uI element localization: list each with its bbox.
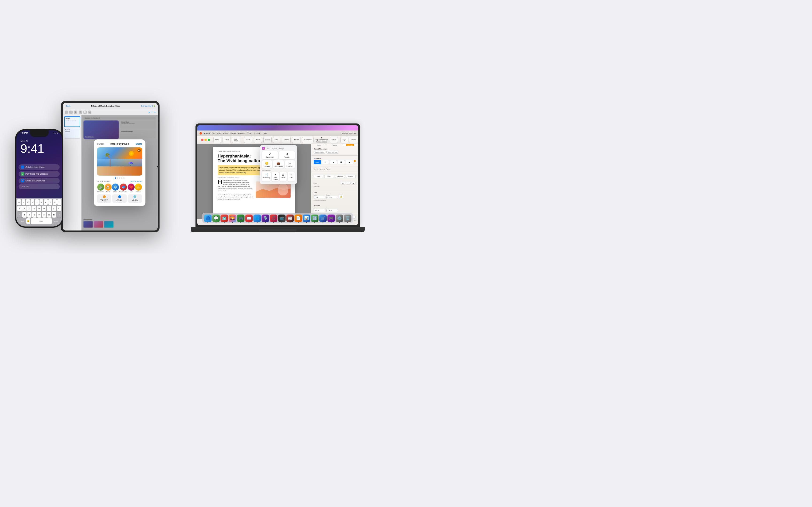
key-m[interactable]: M [52, 212, 56, 218]
menu-file[interactable]: File [212, 132, 215, 134]
text-wrap-none[interactable]: None [314, 160, 321, 164]
align-right[interactable]: ➡ [351, 182, 356, 184]
key-backspace[interactable]: ⌫ [57, 212, 61, 218]
key-t[interactable]: T [35, 199, 39, 205]
menu-window[interactable]: Window [254, 132, 260, 134]
show-more-button[interactable]: SHOW MORE [131, 180, 142, 182]
dock-settings[interactable]: ⚙️ [336, 215, 343, 222]
toolbar-play-btn[interactable]: ▶ [149, 111, 150, 113]
key-p[interactable]: P [57, 199, 61, 205]
ipad-back-button[interactable]: ‹ Back [65, 105, 70, 107]
menu-arrange[interactable]: Arrange [238, 132, 245, 134]
move-with-text-btn[interactable]: Move with Text [326, 151, 339, 154]
add-page-button[interactable]: Add Page [232, 137, 240, 143]
toolbar-share-btn[interactable]: ⬆ [151, 111, 153, 113]
text-wrap-tight[interactable]: ▦ [329, 160, 337, 164]
key-x[interactable]: X [27, 212, 32, 218]
x-field[interactable]: 0.22 in [314, 209, 325, 212]
key-u[interactable]: U [44, 199, 48, 205]
zoom-control[interactable]: 136% [222, 137, 231, 143]
dock-finder[interactable]: 🔵 [204, 215, 211, 222]
key-q[interactable]: Q [17, 199, 21, 205]
back-btn[interactable]: Back [314, 175, 323, 178]
inspector-tab-format[interactable]: Format [327, 144, 342, 146]
backward-btn[interactable]: Backward [335, 175, 345, 178]
align-left[interactable]: ⬅ [341, 182, 345, 184]
table-button[interactable]: Table [254, 137, 262, 143]
emoji-mountains[interactable]: ⛰️ Mountains [97, 183, 104, 192]
modal-cancel-button[interactable]: Cancel [97, 143, 104, 145]
dock-music[interactable]: 🎵 [270, 215, 277, 222]
professional-button[interactable]: 💼 Professional [273, 160, 284, 169]
key-s[interactable]: S [22, 206, 27, 211]
share-button[interactable]: Share [329, 137, 338, 143]
style-tab[interactable]: Style [341, 137, 348, 143]
dock-facetime[interactable]: 📹 [237, 215, 244, 222]
proofread-button[interactable]: ✓ Proofread [262, 151, 278, 159]
key-d[interactable]: D [27, 206, 32, 211]
menu-pages[interactable]: Pages [204, 132, 210, 134]
modal-person-choose[interactable]: 👤 PERSON CHOOSE... [112, 194, 126, 203]
align-center[interactable]: ↔ [346, 182, 351, 184]
toolbar-forward-icon[interactable]: › [69, 111, 72, 114]
emoji-baseball-cap[interactable]: 🧢 Baseball Cap [119, 183, 128, 192]
rewrite-button[interactable]: ↺ Rewrite [279, 151, 295, 159]
text-wrap-top[interactable]: ⬛ [338, 160, 345, 164]
inspector-tab-document[interactable]: Arrange [342, 144, 358, 146]
stay-on-page-btn[interactable]: Stay on Page [314, 151, 325, 154]
key-o[interactable]: O [53, 199, 57, 205]
dock-pages[interactable]: 📄 [294, 215, 302, 222]
forward-btn[interactable]: Forward [346, 175, 356, 178]
key-n[interactable]: N [47, 212, 51, 218]
front-btn[interactable]: Front [324, 175, 334, 178]
modal-describe-image[interactable]: 🎨 DESCRIBE AN IMAGE [97, 194, 111, 203]
text-wrap-around[interactable]: ⬜ [322, 160, 329, 164]
key-emoji[interactable]: 😊 [26, 218, 30, 224]
key-i[interactable]: I [48, 199, 52, 205]
dock-keynote[interactable]: 📊 [303, 215, 310, 222]
constrain-proportions-btn[interactable]: 🔒 [339, 194, 343, 199]
inspector-tab-style[interactable]: Style [311, 144, 327, 146]
width-field[interactable]: 7.7 in [314, 196, 325, 199]
window-maximize[interactable] [208, 139, 210, 141]
media-button[interactable]: Media [292, 137, 301, 143]
iphone-widget-eta[interactable]: 📍 Share ETA with Chad [18, 178, 60, 183]
dock-news[interactable]: 📰 [286, 215, 294, 222]
toolbar-more-btn[interactable]: ••• [154, 111, 156, 113]
toolbar-back-icon[interactable]: ‹ [65, 111, 68, 114]
view-button[interactable]: View [213, 137, 221, 143]
emoji-winter[interactable]: ❄️ Winter [112, 183, 119, 192]
insert-button[interactable]: Insert [244, 137, 253, 143]
key-j[interactable]: J [47, 206, 51, 211]
key-f[interactable]: F [32, 206, 37, 211]
dock-appstore[interactable]: 🛒 [319, 215, 326, 222]
dock-siri[interactable]: 🎙️ [261, 215, 269, 222]
menu-insert[interactable]: Insert [223, 132, 228, 134]
list-button[interactable]: ≡ List [288, 172, 295, 181]
dock-messages[interactable]: 💬 [212, 215, 220, 222]
dock-tv[interactable]: 📺 [278, 215, 286, 222]
friendly-button[interactable]: 😊 Friendly [262, 160, 272, 169]
emoji-beach[interactable]: 🏖️ Beach [105, 183, 112, 192]
concise-button[interactable]: ✂ Concise [285, 160, 295, 169]
key-y[interactable]: Y [40, 199, 43, 205]
dock-numbers[interactable]: 🔢 [311, 215, 318, 222]
menu-help[interactable]: Help [263, 132, 266, 134]
slide-thumb-2[interactable]: Section 2 Recent Studies [64, 128, 80, 138]
toolbar-image-icon[interactable]: ⬜ [84, 111, 87, 114]
format-tab[interactable]: Format [349, 137, 358, 143]
key-e[interactable]: E [26, 199, 30, 205]
modal-style-sketch[interactable]: ✏️ STYLE: SKETCH [128, 194, 142, 203]
modal-info-btn[interactable]: ••• [138, 149, 141, 152]
table-tool-button[interactable]: ⊞ Table [280, 172, 287, 181]
text-button[interactable]: Text [273, 137, 280, 143]
menu-edit[interactable]: Edit [217, 132, 221, 134]
key-g[interactable]: G [37, 206, 41, 211]
key-b[interactable]: B [42, 212, 46, 218]
summary-button[interactable]: 📄 Summary [262, 172, 271, 181]
window-minimize[interactable] [204, 139, 207, 141]
key-w[interactable]: W [21, 199, 26, 205]
dock-maps[interactable]: 🗺️ [220, 215, 228, 222]
menu-view[interactable]: View [247, 132, 251, 134]
window-close[interactable] [201, 139, 203, 141]
